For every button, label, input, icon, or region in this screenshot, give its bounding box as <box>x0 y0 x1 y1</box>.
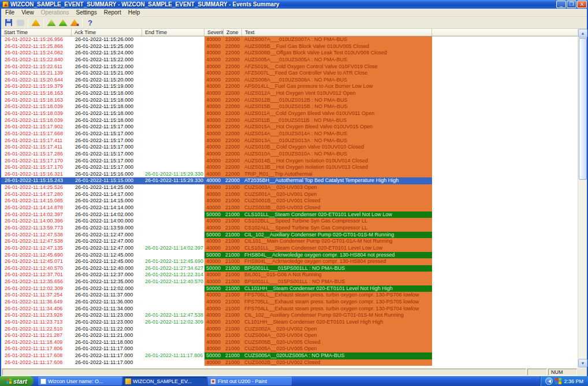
cell-zone: 22000 <box>224 177 242 184</box>
taskbar-task-button[interactable]: First out U200 - Paint <box>208 377 292 385</box>
table-row[interactable]: 26-01-2022-11:15:17.66826-01-2022-11:15:… <box>1 131 587 138</box>
table-row[interactable]: 26-01-2022-11:11:23.92826-01-2022-11:11:… <box>1 312 587 319</box>
security-alert-icon[interactable] <box>555 378 561 384</box>
table-row-selected[interactable]: 26-01-2022-11:15:15.24326-01-2022-11:15:… <box>1 177 587 184</box>
scroll-up-button[interactable]: ▲ <box>578 29 587 38</box>
table-row[interactable]: 26-01-2022-11:15:17.17026-01-2022-11:15:… <box>1 164 587 171</box>
table-row[interactable]: 26-01-2022-11:12:40.57026-01-2022-11:12:… <box>1 265 587 272</box>
scrollbar-thumb[interactable] <box>579 38 587 180</box>
table-row[interactable]: 26-01-2022-11:11:36.64926-01-2022-11:11:… <box>1 299 587 306</box>
column-header-start-time[interactable]: Start Time <box>1 29 72 36</box>
table-row[interactable]: 26-01-2022-11:11:34.40626-01-2022-11:11:… <box>1 306 587 313</box>
task-label: First out U200 - Paint <box>218 378 267 384</box>
table-row[interactable]: 26-01-2022-11:15:18.03926-01-2022-11:15:… <box>1 117 587 124</box>
table-row[interactable]: 26-01-2022-11:12:37.70126-01-2022-11:12:… <box>1 272 587 279</box>
cell-start: 26-01-2022-11:15:17.286 <box>1 151 72 158</box>
table-row[interactable]: 26-01-2022-11:14:02.39726-01-2022-11:14:… <box>1 211 587 218</box>
cell-ack: 26-01-2022-11:11:17.000 <box>72 359 142 366</box>
cell-ack: 26-01-2022-11:15:21.000 <box>72 70 142 77</box>
toolbar-separator <box>82 18 83 27</box>
table-row[interactable]: 26-01-2022-11:15:19.37926-01-2022-11:15:… <box>1 83 587 90</box>
cell-end <box>142 117 204 124</box>
table-row[interactable]: 26-01-2022-11:11:18.40926-01-2022-11:11:… <box>1 339 587 346</box>
table-row[interactable]: 26-01-2022-11:11:17.60826-01-2022-11:11:… <box>1 352 587 359</box>
delete-event-button[interactable]: x <box>69 17 80 28</box>
cell-filler <box>432 36 587 43</box>
table-row[interactable]: 26-01-2022-11:12:45.69026-01-2022-11:12:… <box>1 252 587 259</box>
ack-all-button[interactable] <box>57 17 69 28</box>
table-row[interactable]: 26-01-2022-11:15:18.03926-01-2022-11:15:… <box>1 110 587 117</box>
column-header-severity[interactable]: Severity <box>204 29 224 36</box>
table-row[interactable]: 26-01-2022-11:12:47.13526-01-2022-11:12:… <box>1 245 587 252</box>
table-row[interactable]: 26-01-2022-11:11:22.51026-01-2022-11:11:… <box>1 326 587 333</box>
table-row[interactable]: 26-01-2022-11:12:47.53826-01-2022-11:12:… <box>1 232 587 239</box>
cell-severity: 50000 <box>204 252 224 259</box>
table-row[interactable]: 26-01-2022-11:15:22.61126-01-2022-11:15:… <box>1 64 587 70</box>
table-row[interactable]: 26-01-2022-11:15:21.13926-01-2022-11:15:… <box>1 70 587 77</box>
table-row[interactable]: 26-01-2022-11:15:18.03926-01-2022-11:15:… <box>1 103 587 110</box>
column-header-zone[interactable]: Zone <box>224 29 242 36</box>
cell-start: 26-01-2022-11:11:23.713 <box>1 319 72 326</box>
table-row[interactable]: 26-01-2022-11:15:17.28626-01-2022-11:15:… <box>1 151 587 158</box>
column-header-end-time[interactable]: End Time <box>142 29 204 36</box>
cell-end <box>142 198 204 205</box>
table-row[interactable]: 26-01-2022-11:12:45.07126-01-2022-11:12:… <box>1 258 587 265</box>
taskbar-task-button[interactable]: Wizcon User name: O... <box>38 377 122 385</box>
table-row[interactable]: 26-01-2022-11:13:59.77326-01-2022-11:13:… <box>1 225 587 232</box>
vertical-scrollbar[interactable]: ▲ ▼ <box>578 29 587 368</box>
table-row[interactable]: 26-01-2022-11:11:17.60826-01-2022-11:11:… <box>1 359 587 366</box>
menu-item-settings[interactable]: Settings <box>73 9 101 16</box>
table-row[interactable]: 26-01-2022-11:15:17.90226-01-2022-11:15:… <box>1 124 587 131</box>
menu-item-help[interactable]: Help <box>125 9 144 16</box>
menu-item-report[interactable]: Report <box>101 9 125 16</box>
column-header-text[interactable]: Text <box>242 29 432 36</box>
restore-button[interactable]: ❐ <box>567 1 576 8</box>
save-button[interactable] <box>3 17 14 28</box>
table-row[interactable]: 26-01-2022-11:15:20.64426-01-2022-11:15:… <box>1 77 587 84</box>
table-row[interactable]: 26-01-2022-11:15:25.86826-01-2022-11:15:… <box>1 43 587 50</box>
table-row[interactable]: 26-01-2022-11:12:47.53826-01-2022-11:12:… <box>1 238 587 245</box>
close-button[interactable]: X <box>577 1 587 8</box>
cell-severity: 40000 <box>204 36 224 43</box>
hide-icons-chevron-icon[interactable] <box>545 377 553 385</box>
cell-ack: 26-01-2022-11:12:02.000 <box>72 285 142 292</box>
table-row[interactable]: 26-01-2022-11:15:18.16326-01-2022-11:15:… <box>1 97 587 104</box>
table-row[interactable]: 26-01-2022-11:11:37.25426-01-2022-11:11:… <box>1 292 587 299</box>
table-row[interactable]: 26-01-2022-11:11:17.80626-01-2022-11:11:… <box>1 346 587 352</box>
print-button[interactable] <box>14 17 26 28</box>
table-row[interactable]: 26-01-2022-11:15:26.95626-01-2022-11:15:… <box>1 36 587 43</box>
ack-event-button[interactable] <box>46 17 57 28</box>
column-header-ack-time[interactable]: Ack Time <box>72 29 142 36</box>
cell-ack: 26-01-2022-11:11:34.000 <box>72 306 142 313</box>
table-row[interactable]: 26-01-2022-11:15:24.08226-01-2022-11:15:… <box>1 50 587 57</box>
alarm-summary-button[interactable] <box>30 17 42 28</box>
start-button[interactable]: start <box>0 376 34 386</box>
help-button[interactable]: ? <box>84 17 96 28</box>
table-row[interactable]: 26-01-2022-11:14:15.08526-01-2022-11:14:… <box>1 198 587 205</box>
table-row[interactable]: 26-01-2022-11:12:02.30926-01-2022-11:12:… <box>1 285 587 292</box>
table-row[interactable]: 26-01-2022-11:11:21.28726-01-2022-11:11:… <box>1 332 587 339</box>
cell-zone: 21000 <box>224 332 242 339</box>
minimize-button[interactable]: _ <box>556 1 566 8</box>
table-row[interactable]: 26-01-2022-11:14:00.39626-01-2022-11:14:… <box>1 218 587 225</box>
taskbar-task-button[interactable]: WIZCON_SAMPLE_EV... <box>123 377 207 385</box>
scroll-down-button[interactable]: ▼ <box>578 359 587 368</box>
menu-item-file[interactable]: File <box>2 9 18 16</box>
cell-ack: 26-01-2022-11:15:18.000 <box>72 117 142 124</box>
cell-zone: 21000 <box>224 285 242 292</box>
table-row[interactable]: 26-01-2022-11:15:22.84026-01-2022-11:15:… <box>1 57 587 64</box>
cell-start: 26-01-2022-11:15:18.039 <box>1 103 72 110</box>
table-row[interactable]: 26-01-2022-11:15:17.41126-01-2022-11:15:… <box>1 138 587 144</box>
cell-severity: 40000 <box>204 218 224 225</box>
menu-item-view[interactable]: View <box>18 9 38 16</box>
table-row[interactable]: 26-01-2022-11:15:18.16326-01-2022-11:15:… <box>1 90 587 97</box>
cell-severity: 50000 <box>204 265 224 272</box>
table-row[interactable]: 26-01-2022-11:14:25.52626-01-2022-11:14:… <box>1 184 587 191</box>
table-row[interactable]: 26-01-2022-11:15:16.32126-01-2022-11:15:… <box>1 171 587 178</box>
table-row[interactable]: 26-01-2022-11:14:17.28026-01-2022-11:14:… <box>1 191 587 198</box>
table-row[interactable]: 26-01-2022-11:12:35.65626-01-2022-11:12:… <box>1 279 587 285</box>
table-row[interactable]: 26-01-2022-11:15:17.41126-01-2022-11:15:… <box>1 144 587 151</box>
table-row[interactable]: 26-01-2022-11:15:17.17026-01-2022-11:15:… <box>1 158 587 165</box>
table-row[interactable]: 26-01-2022-11:11:23.71326-01-2022-11:11:… <box>1 319 587 326</box>
table-row[interactable]: 26-01-2022-11:14:14.87826-01-2022-11:14:… <box>1 205 587 211</box>
